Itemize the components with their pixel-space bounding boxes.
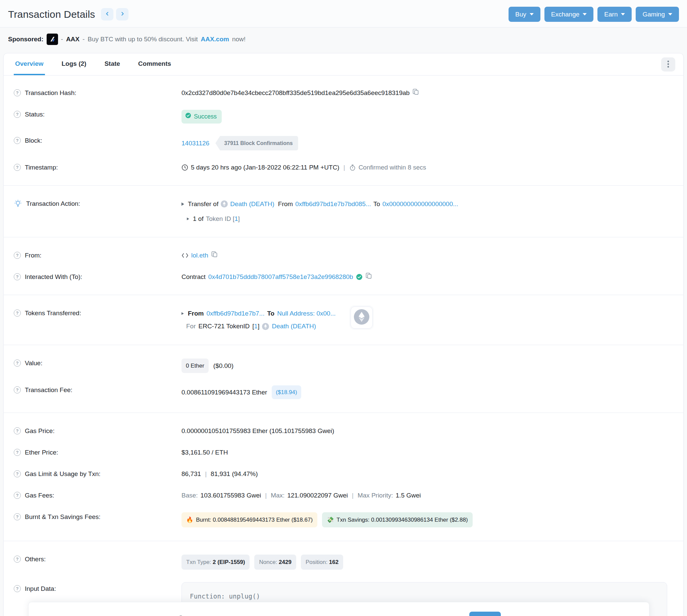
action-token-id: Token ID — [206, 214, 231, 224]
caret-down-icon — [668, 13, 672, 16]
nonce-badge: Nonce: 2429 — [254, 554, 296, 570]
tokens-line-1: From 0xffb6d97bd1e7b7... To Null Address… — [182, 308, 336, 318]
fee-usd-badge: ($18.94) — [272, 386, 301, 399]
tokens-to-address-link[interactable]: Null Address: 0x00... — [277, 308, 336, 318]
row-status: ?Status: Success — [14, 110, 673, 124]
nft-thumbnail[interactable] — [350, 307, 373, 329]
interacted-label: Interacted With (To): — [25, 272, 82, 281]
sponsored-link[interactable]: AAX.com — [201, 36, 229, 43]
row-gas-fees: ?Gas Fees: Base: 103.601755983 Gwei | Ma… — [14, 491, 673, 500]
gas-limit-label: Gas Limit & Usage by Txn: — [25, 469, 101, 478]
divider — [4, 541, 683, 541]
priority-fee-value: 1.5 Gwei — [396, 491, 421, 500]
caret-down-icon — [621, 13, 625, 16]
chevron-left-icon — [105, 12, 110, 17]
gas-fees-label: Gas Fees: — [25, 491, 54, 500]
token-icon — [262, 323, 269, 330]
caret-down-icon — [583, 13, 587, 16]
ether-price-label: Ether Price: — [25, 448, 58, 457]
others-label: Others: — [25, 554, 46, 564]
txn-type-label: Txn Type: — [186, 559, 211, 565]
timestamp-label: Timestamp: — [25, 163, 58, 172]
transaction-hash-value: 0x2cd327d80d0e7b4e34cbecc2708bff335de519… — [182, 88, 410, 97]
action-label: Transaction Action: — [26, 199, 80, 208]
max-fee-label: Max: — [271, 491, 284, 500]
action-token-link[interactable]: Death (DEATH) — [230, 199, 274, 209]
divider — [4, 237, 683, 237]
token-id-link[interactable]: 1 — [234, 215, 238, 222]
position-value: 162 — [329, 559, 339, 565]
sponsored-dash: - — [83, 36, 85, 43]
stopwatch-icon — [349, 164, 356, 171]
value-label: Value: — [25, 358, 42, 368]
eth-diamond-icon — [354, 309, 369, 326]
disclosure-triangle-icon[interactable] — [187, 218, 189, 220]
overview-panel: ?Transaction Hash: 0x2cd327d80d0e7b4e34c… — [4, 75, 683, 616]
position-label: Position: — [305, 559, 327, 565]
aax-logo — [47, 34, 58, 45]
disclosure-triangle-icon[interactable] — [182, 312, 184, 315]
action-transfer-text: Transfer of — [188, 199, 219, 209]
contract-address-link[interactable]: 0x4d701b75dddb78007aff5758e1e73a2e996828… — [208, 272, 353, 281]
row-timestamp: ?Timestamp: 5 days 20 hrs ago (Jan-18-20… — [14, 163, 673, 172]
value-usd: ($0.00) — [213, 361, 233, 370]
got-it-button[interactable]: Got It — [469, 612, 501, 616]
tab-logs[interactable]: Logs (2) — [61, 53, 88, 75]
tokens-label: Tokens Transferred: — [25, 308, 81, 317]
savings-text: Txn Savings: 0.001309934630986134 Ether … — [337, 515, 467, 524]
status-label: Status: — [25, 110, 45, 119]
code-icon — [182, 252, 188, 259]
divider — [4, 345, 683, 345]
buy-button[interactable]: Buy — [508, 7, 541, 22]
tokens-token-id-link[interactable]: 1 — [254, 323, 258, 330]
nonce-label: Nonce: — [259, 559, 277, 565]
card-options-button[interactable] — [661, 58, 675, 71]
page-header: Transaction Details Buy Exchange Earn Ga… — [0, 0, 687, 27]
tabbar: Overview Logs (2) State Comments — [4, 53, 683, 75]
row-block: ?Block: 14031126 37911 Block Confirmatio… — [14, 136, 673, 150]
exchange-label: Exchange — [551, 11, 580, 18]
question-icon: ? — [14, 449, 21, 456]
exchange-button[interactable]: Exchange — [545, 7, 594, 22]
next-txn-button[interactable] — [116, 8, 129, 21]
question-icon: ? — [14, 555, 21, 563]
prev-txn-button[interactable] — [101, 8, 113, 21]
row-others: ?Others: Txn Type: 2 (EIP-1559) Nonce: 2… — [14, 554, 673, 570]
copy-icon[interactable] — [365, 272, 372, 281]
action-to-address-link[interactable]: 0x000000000000000000... — [383, 199, 458, 209]
copy-icon[interactable] — [412, 88, 419, 97]
question-icon: ? — [14, 470, 21, 477]
tab-comments[interactable]: Comments — [137, 53, 173, 75]
row-transaction-hash: ?Transaction Hash: 0x2cd327d80d0e7b4e34c… — [14, 88, 673, 97]
row-tokens-transferred: ?Tokens Transferred: From 0xffb6d97bd1e7… — [14, 308, 673, 331]
block-confirmations-badge: 37911 Block Confirmations — [215, 136, 298, 150]
tokens-from-address-link[interactable]: 0xffb6d97bd1e7b7... — [207, 308, 265, 318]
tab-overview[interactable]: Overview — [14, 53, 45, 75]
question-icon: ? — [14, 89, 21, 96]
bracket: ] — [258, 323, 259, 330]
buy-label: Buy — [515, 11, 526, 18]
from-address-link[interactable]: lol.eth — [191, 251, 208, 260]
copy-icon[interactable] — [211, 251, 218, 260]
gaming-button[interactable]: Gaming — [636, 7, 679, 22]
block-number-link[interactable]: 14031126 — [182, 139, 209, 148]
bracket: ] — [238, 215, 240, 222]
token-icon — [221, 200, 228, 207]
earn-button[interactable]: Earn — [597, 7, 632, 22]
action-to-word: To — [373, 199, 380, 209]
action-qty: 1 of — [193, 214, 204, 224]
input-data-label: Input Data: — [25, 584, 56, 593]
status-text: Success — [194, 112, 217, 121]
burnt-badge: 🔥 Burnt: 0.008488195469443173 Ether ($18… — [182, 512, 317, 527]
fire-icon: 🔥 — [186, 515, 193, 524]
question-icon: ? — [14, 164, 21, 171]
sponsored-banner: Sponsored: - AAX - Buy BTC with up to 50… — [0, 27, 687, 52]
row-interacted-with: ?Interacted With (To): Contract 0x4d701b… — [14, 272, 673, 281]
check-circle-icon — [185, 112, 191, 121]
disclosure-triangle-icon[interactable] — [182, 202, 184, 206]
action-from-address-link[interactable]: 0xffb6d97bd1e7b7bd085... — [295, 199, 371, 209]
sponsored-text: Buy BTC with up to 50% discount. Visit — [88, 36, 198, 43]
separator: | — [264, 491, 268, 500]
tokens-token-link[interactable]: Death (DEATH) — [272, 321, 316, 331]
tab-state[interactable]: State — [103, 53, 121, 75]
